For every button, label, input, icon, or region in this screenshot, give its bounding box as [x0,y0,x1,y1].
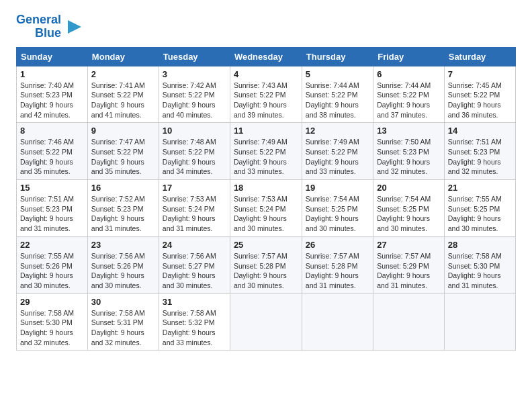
day-number: 11 [234,126,298,136]
calendar-cell: 17 Sunrise: 7:53 AMSunset: 5:24 PMDaylig… [159,180,230,237]
calendar-cell: 12 Sunrise: 7:49 AMSunset: 5:22 PMDaylig… [302,123,373,180]
calendar-cell: 23 Sunrise: 7:56 AMSunset: 5:26 PMDaylig… [87,236,159,293]
weekday-header-sunday: Sunday [17,47,88,66]
calendar-cell: 14 Sunrise: 7:51 AMSunset: 5:23 PMDaylig… [444,123,515,180]
day-number: 22 [20,240,84,250]
calendar-cell: 31 Sunrise: 7:58 AMSunset: 5:32 PMDaylig… [159,293,230,351]
day-detail: Sunrise: 7:49 AMSunset: 5:22 PMDaylight:… [306,138,359,175]
weekday-header-wednesday: Wednesday [230,47,302,66]
day-number: 21 [448,183,512,193]
calendar-table: SundayMondayTuesdayWednesdayThursdayFrid… [16,47,516,351]
day-detail: Sunrise: 7:58 AMSunset: 5:30 PMDaylight:… [448,252,502,289]
day-detail: Sunrise: 7:51 AMSunset: 5:23 PMDaylight:… [448,138,502,175]
day-number: 27 [377,240,441,250]
calendar-cell [373,293,445,351]
day-number: 13 [377,126,441,136]
day-number: 23 [91,240,155,250]
calendar-cell: 5 Sunrise: 7:44 AMSunset: 5:22 PMDayligh… [302,66,373,123]
day-number: 24 [163,240,226,250]
day-number: 16 [91,183,155,193]
logo: General Blue [16,13,84,40]
day-number: 5 [306,69,369,79]
day-number: 14 [448,126,512,136]
calendar-cell: 24 Sunrise: 7:56 AMSunset: 5:27 PMDaylig… [159,236,230,293]
calendar-week-row: 8 Sunrise: 7:46 AMSunset: 5:22 PMDayligh… [17,123,516,180]
day-detail: Sunrise: 7:41 AMSunset: 5:22 PMDaylight:… [91,81,145,119]
day-detail: Sunrise: 7:54 AMSunset: 5:25 PMDaylight:… [306,195,359,232]
day-detail: Sunrise: 7:57 AMSunset: 5:29 PMDaylight:… [377,252,431,289]
day-number: 17 [163,183,226,193]
calendar-week-row: 1 Sunrise: 7:40 AMSunset: 5:23 PMDayligh… [17,66,516,123]
day-detail: Sunrise: 7:42 AMSunset: 5:22 PMDaylight:… [163,81,216,119]
calendar-cell: 18 Sunrise: 7:53 AMSunset: 5:24 PMDaylig… [230,180,302,237]
calendar-cell: 28 Sunrise: 7:58 AMSunset: 5:30 PMDaylig… [444,236,515,293]
day-detail: Sunrise: 7:57 AMSunset: 5:28 PMDaylight:… [306,252,359,289]
calendar-cell: 25 Sunrise: 7:57 AMSunset: 5:28 PMDaylig… [230,236,302,293]
calendar-cell: 15 Sunrise: 7:51 AMSunset: 5:23 PMDaylig… [17,180,88,237]
calendar-cell: 1 Sunrise: 7:40 AMSunset: 5:23 PMDayligh… [17,66,88,123]
day-detail: Sunrise: 7:49 AMSunset: 5:22 PMDaylight:… [234,138,287,175]
calendar-cell: 2 Sunrise: 7:41 AMSunset: 5:22 PMDayligh… [87,66,159,123]
calendar-cell: 7 Sunrise: 7:45 AMSunset: 5:22 PMDayligh… [444,66,515,123]
weekday-header-saturday: Saturday [444,47,515,66]
day-detail: Sunrise: 7:58 AMSunset: 5:30 PMDaylight:… [20,309,74,347]
calendar-week-row: 22 Sunrise: 7:55 AMSunset: 5:26 PMDaylig… [17,236,516,293]
day-number: 25 [234,240,298,250]
calendar-cell: 20 Sunrise: 7:54 AMSunset: 5:25 PMDaylig… [373,180,445,237]
calendar-cell: 13 Sunrise: 7:50 AMSunset: 5:23 PMDaylig… [373,123,445,180]
calendar-week-row: 29 Sunrise: 7:58 AMSunset: 5:30 PMDaylig… [17,293,516,351]
day-detail: Sunrise: 7:43 AMSunset: 5:22 PMDaylight:… [234,81,287,119]
day-number: 31 [163,297,226,307]
day-detail: Sunrise: 7:46 AMSunset: 5:22 PMDaylight:… [20,138,74,175]
day-detail: Sunrise: 7:50 AMSunset: 5:23 PMDaylight:… [377,138,431,175]
logo-text-line1: General [16,13,61,27]
calendar-cell [444,293,515,351]
day-detail: Sunrise: 7:40 AMSunset: 5:23 PMDaylight:… [20,81,74,119]
weekday-header-tuesday: Tuesday [159,47,230,66]
logo-text-line2: Blue [35,27,61,40]
day-detail: Sunrise: 7:52 AMSunset: 5:23 PMDaylight:… [91,195,145,232]
day-detail: Sunrise: 7:55 AMSunset: 5:26 PMDaylight:… [20,252,74,289]
calendar-cell: 27 Sunrise: 7:57 AMSunset: 5:29 PMDaylig… [373,236,445,293]
calendar-cell: 10 Sunrise: 7:48 AMSunset: 5:22 PMDaylig… [159,123,230,180]
calendar-cell: 9 Sunrise: 7:47 AMSunset: 5:22 PMDayligh… [87,123,159,180]
day-detail: Sunrise: 7:55 AMSunset: 5:25 PMDaylight:… [448,195,502,232]
calendar-body: 1 Sunrise: 7:40 AMSunset: 5:23 PMDayligh… [17,66,516,351]
day-detail: Sunrise: 7:56 AMSunset: 5:27 PMDaylight:… [163,252,216,289]
day-detail: Sunrise: 7:44 AMSunset: 5:22 PMDaylight:… [377,81,431,119]
day-detail: Sunrise: 7:48 AMSunset: 5:22 PMDaylight:… [163,138,216,175]
day-number: 26 [306,240,369,250]
day-number: 10 [163,126,226,136]
day-number: 20 [377,183,441,193]
calendar-cell: 29 Sunrise: 7:58 AMSunset: 5:30 PMDaylig… [17,293,88,351]
weekday-header-monday: Monday [87,47,159,66]
day-detail: Sunrise: 7:45 AMSunset: 5:22 PMDaylight:… [448,81,502,119]
day-number: 8 [20,126,84,136]
calendar-cell: 22 Sunrise: 7:55 AMSunset: 5:26 PMDaylig… [17,236,88,293]
calendar-cell: 26 Sunrise: 7:57 AMSunset: 5:28 PMDaylig… [302,236,373,293]
calendar-cell: 3 Sunrise: 7:42 AMSunset: 5:22 PMDayligh… [159,66,230,123]
day-number: 30 [91,297,155,307]
calendar-cell: 4 Sunrise: 7:43 AMSunset: 5:22 PMDayligh… [230,66,302,123]
day-number: 6 [377,69,441,79]
day-number: 18 [234,183,298,193]
logo-icon [65,17,84,36]
day-number: 4 [234,69,298,79]
calendar-cell: 30 Sunrise: 7:58 AMSunset: 5:31 PMDaylig… [87,293,159,351]
day-detail: Sunrise: 7:57 AMSunset: 5:28 PMDaylight:… [234,252,287,289]
day-number: 9 [91,126,155,136]
calendar-cell: 6 Sunrise: 7:44 AMSunset: 5:22 PMDayligh… [373,66,445,123]
calendar-cell: 8 Sunrise: 7:46 AMSunset: 5:22 PMDayligh… [17,123,88,180]
day-detail: Sunrise: 7:58 AMSunset: 5:32 PMDaylight:… [163,309,216,347]
day-number: 19 [306,183,369,193]
day-number: 12 [306,126,369,136]
weekday-header-thursday: Thursday [302,47,373,66]
day-number: 7 [448,69,512,79]
calendar-header-row: SundayMondayTuesdayWednesdayThursdayFrid… [17,47,516,66]
day-number: 1 [20,69,84,79]
day-number: 15 [20,183,84,193]
day-number: 28 [448,240,512,250]
calendar-cell: 16 Sunrise: 7:52 AMSunset: 5:23 PMDaylig… [87,180,159,237]
calendar-cell: 11 Sunrise: 7:49 AMSunset: 5:22 PMDaylig… [230,123,302,180]
day-detail: Sunrise: 7:47 AMSunset: 5:22 PMDaylight:… [91,138,145,175]
